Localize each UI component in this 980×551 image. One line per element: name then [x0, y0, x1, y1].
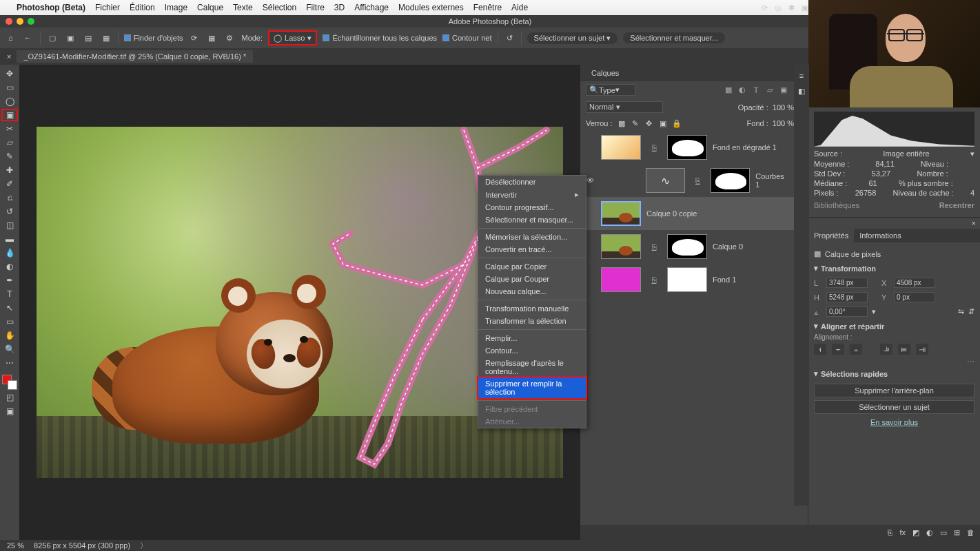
sel-new-icon[interactable]: ▢: [46, 31, 59, 45]
height-input[interactable]: [826, 292, 868, 302]
select-subject-button[interactable]: Sélectionner un sujet ▾: [527, 32, 618, 44]
ctx-transform-selection[interactable]: Transformer la sélection: [478, 315, 586, 327]
layer-thumb[interactable]: [601, 267, 641, 292]
quick-actions-section[interactable]: ▾ Sélections rapides: [814, 366, 974, 381]
ctx-inverse[interactable]: Intervertir▸: [478, 188, 586, 201]
histogram[interactable]: [814, 112, 974, 146]
link-layers-icon[interactable]: ⎘: [888, 528, 892, 537]
reset-icon[interactable]: ↺: [504, 31, 515, 45]
layer-row[interactable]: ⎘ Calque 0: [580, 230, 808, 263]
tray-icon[interactable]: ✱: [788, 3, 795, 12]
x-input[interactable]: [894, 278, 935, 288]
align-right-icon[interactable]: ⫠: [850, 344, 862, 355]
select-subject-button[interactable]: Sélectionner un sujet: [814, 400, 974, 414]
layer-name[interactable]: Calque 0: [713, 242, 743, 251]
remove-background-button[interactable]: Supprimer l'arrière-plan: [814, 384, 974, 397]
hand-tool[interactable]: ✋: [1, 329, 18, 342]
menu-help[interactable]: Aide: [511, 3, 528, 12]
color-swatches[interactable]: [2, 375, 17, 390]
adjustment-thumb[interactable]: ∿: [646, 168, 685, 193]
menu-filter[interactable]: Filtre: [306, 3, 325, 12]
flip-v-icon[interactable]: ⇵: [968, 307, 974, 316]
layer-thumb[interactable]: [601, 234, 641, 259]
ctx-layer-via-cut[interactable]: Calque par Couper: [478, 273, 586, 285]
collapsed-panel-icon[interactable]: ≡: [799, 72, 804, 80]
ctx-content-aware-fill[interactable]: Remplissage d'après le contenu...: [478, 357, 586, 377]
link-icon[interactable]: ⎘: [651, 276, 657, 284]
filter-pixel-icon[interactable]: ▩: [724, 85, 733, 95]
tray-icon[interactable]: ▣: [802, 3, 808, 12]
tray-icon[interactable]: ⟳: [762, 3, 768, 12]
ctx-select-and-mask[interactable]: Sélectionner et masquer...: [478, 214, 586, 226]
link-icon[interactable]: ⎘: [695, 176, 702, 185]
more-options-icon[interactable]: ⋯: [814, 357, 974, 366]
flip-h-icon[interactable]: ⇋: [958, 307, 964, 316]
lock-pixels-icon[interactable]: ✎: [631, 118, 640, 128]
ctx-stroke[interactable]: Contour...: [478, 344, 586, 357]
marquee-tool[interactable]: ▭: [1, 81, 18, 94]
stamp-tool[interactable]: ⎌: [1, 191, 18, 204]
layer-row[interactable]: ⎘ Fond en dégradé 1: [580, 131, 808, 164]
quick-mask-toggle[interactable]: ◰: [1, 391, 18, 404]
menu-edit[interactable]: Édition: [130, 3, 155, 12]
sel-intersect-icon[interactable]: ▦: [100, 31, 112, 45]
align-left-icon[interactable]: ⫞: [814, 344, 826, 355]
pen-tool[interactable]: ✒: [1, 274, 18, 287]
frame-tool[interactable]: ▱: [1, 136, 18, 149]
zoom-window-button[interactable]: [28, 18, 34, 25]
layer-mask-icon[interactable]: ◩: [912, 528, 919, 537]
object-finder-toggle[interactable]: Finder d'objets: [124, 34, 183, 42]
layer-name[interactable]: Courbes 1: [755, 172, 790, 189]
align-hcenter-icon[interactable]: ⫟: [832, 344, 844, 355]
filter-shape-icon[interactable]: ▱: [765, 85, 775, 95]
dodge-tool[interactable]: ◐: [1, 260, 18, 273]
align-bottom-icon[interactable]: ⫣: [916, 344, 928, 355]
mode-dropdown[interactable]: ◯ Lasso ▾: [268, 30, 317, 45]
menu-text[interactable]: Texte: [233, 3, 253, 12]
close-tab-icon[interactable]: ×: [7, 52, 11, 61]
layer-mask-thumb[interactable]: [667, 267, 707, 292]
menu-3d[interactable]: 3D: [334, 3, 345, 12]
home-icon[interactable]: ⌂: [6, 31, 16, 45]
layer-row[interactable]: Calque 0 copie: [580, 197, 808, 230]
show-overlay-icon[interactable]: ▦: [205, 31, 218, 45]
shape-tool[interactable]: ▭: [1, 315, 18, 328]
app-menu[interactable]: Photoshop (Beta): [17, 3, 85, 12]
align-vcenter-icon[interactable]: ⫢: [898, 344, 910, 355]
layer-name[interactable]: Calque 0 copie: [646, 209, 697, 218]
close-tab-icon[interactable]: ×: [972, 219, 976, 227]
gradient-tool[interactable]: ▬: [1, 233, 18, 245]
layer-name[interactable]: Fond en dégradé 1: [713, 143, 777, 152]
layer-mask-thumb[interactable]: [667, 234, 707, 259]
learn-more-link[interactable]: En savoir plus: [818, 418, 970, 426]
menu-window[interactable]: Fenêtre: [473, 3, 502, 12]
ctx-feather[interactable]: Contour progressif...: [478, 201, 586, 214]
ctx-deselect[interactable]: Désélectionner: [478, 176, 586, 188]
filter-type-icon[interactable]: T: [751, 85, 761, 95]
document-dimensions[interactable]: 8256 px x 5504 px (300 ppp): [34, 541, 130, 550]
select-and-mask-button[interactable]: Sélectionner et masquer...: [623, 32, 725, 43]
align-top-icon[interactable]: ⫡: [880, 344, 892, 355]
layers-panel-tab[interactable]: Calques: [586, 66, 624, 80]
fill-value[interactable]: 100 %: [773, 119, 794, 127]
blend-mode-dropdown[interactable]: Normal ▾: [586, 101, 663, 113]
ctx-save-selection[interactable]: Mémoriser la sélection...: [478, 231, 586, 243]
back-icon[interactable]: ←: [21, 31, 34, 45]
ctx-fill[interactable]: Remplir...: [478, 332, 586, 344]
width-input[interactable]: [826, 278, 868, 288]
document-tab[interactable]: _OZ91461-Modifier-Modifier.tif @ 25% (Ca…: [17, 50, 253, 63]
ctx-free-transform[interactable]: Transformation manuelle: [478, 302, 586, 315]
filter-adjust-icon[interactable]: ◐: [737, 85, 747, 95]
lock-transparency-icon[interactable]: ▩: [617, 118, 626, 128]
ctx-layer-via-copy[interactable]: Calque par Copier: [478, 260, 586, 273]
zoom-tool[interactable]: 🔍: [1, 343, 18, 355]
move-tool[interactable]: ✥: [1, 67, 18, 80]
menu-image[interactable]: Image: [165, 3, 187, 12]
tray-icon[interactable]: ◎: [775, 3, 782, 12]
layer-mask-thumb[interactable]: [711, 168, 750, 193]
settings-icon[interactable]: ⚙: [223, 31, 236, 45]
link-icon[interactable]: ⎘: [651, 143, 657, 152]
ctx-delete-and-fill[interactable]: Supprimer et remplir la sélection: [478, 377, 586, 398]
layer-row[interactable]: ⎘ Fond 1: [580, 263, 808, 296]
adjustment-layer-icon[interactable]: ◐: [926, 528, 933, 537]
